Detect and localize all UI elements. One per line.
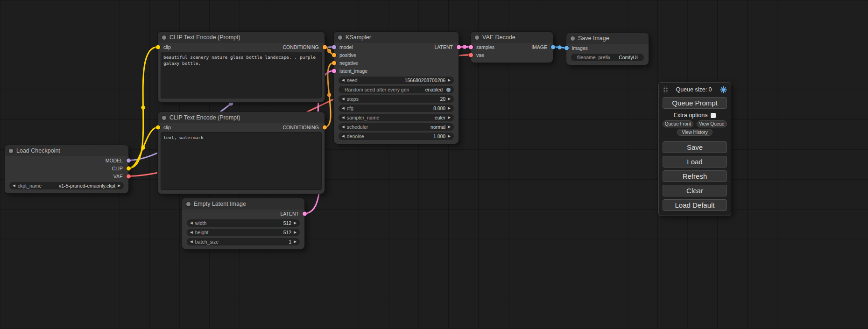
prompt-textarea[interactable]: text, watermark (161, 132, 322, 190)
node-title-bar[interactable]: Empty Latent Image (182, 198, 304, 210)
node-title-bar[interactable]: KSampler (334, 32, 459, 43)
batch-size-widget[interactable]: ◀ batch_size 1 ▶ (187, 238, 300, 245)
node-status-dot (162, 116, 166, 120)
latent-image-input-port[interactable] (332, 69, 336, 73)
samples-input-port[interactable] (469, 45, 473, 49)
node-status-dot (475, 35, 479, 40)
node-title: KSampler (346, 34, 371, 41)
output-row: MODEL (5, 156, 128, 164)
conditioning-output-port[interactable] (323, 45, 327, 49)
decrement-arrow-icon[interactable]: ◀ (342, 78, 345, 82)
denoise-widget[interactable]: ◀ denoise 1.000 ▶ (339, 133, 454, 140)
node-title-bar[interactable]: CLIP Text Encode (Prompt) (158, 32, 325, 43)
increment-arrow-icon[interactable]: ▶ (448, 125, 451, 129)
conditioning-output-label: CONDITIONING (282, 125, 319, 130)
node-title-bar[interactable]: Load Checkpoint (5, 145, 128, 156)
model-output-port[interactable] (127, 158, 131, 162)
node-load-checkpoint[interactable]: Load Checkpoint MODEL CLIP VAE ◀ ckpt_na… (5, 145, 128, 193)
conditioning-output-port[interactable] (323, 125, 327, 129)
latent-output-port[interactable] (303, 211, 307, 216)
queue-front-button[interactable]: Queue Front (663, 120, 693, 127)
vae-input-port[interactable] (469, 53, 473, 57)
decrement-arrow-icon[interactable]: ◀ (342, 134, 345, 138)
node-save-image[interactable]: Save Image images filename_prefix ComfyU… (566, 33, 649, 65)
toggle-indicator[interactable] (446, 88, 451, 92)
widget-label: cfg (347, 105, 353, 111)
node-clip-text-encode-positive[interactable]: CLIP Text Encode (Prompt) clip CONDITION… (158, 32, 325, 102)
widget-value: 1 (289, 239, 291, 245)
clip-input-port[interactable] (156, 125, 160, 129)
negative-input-port[interactable] (332, 61, 336, 65)
extra-options-checkbox[interactable] (711, 113, 716, 118)
height-widget[interactable]: ◀ height 512 ▶ (187, 229, 300, 236)
port-row: clip CONDITIONING (158, 123, 325, 131)
increment-arrow-icon[interactable]: ▶ (294, 231, 296, 234)
view-queue-button[interactable]: View Queue (697, 120, 727, 127)
latent-output-port[interactable] (457, 45, 461, 49)
image-output-port[interactable] (551, 45, 555, 49)
vae-input-label: vae (476, 52, 484, 58)
decrement-arrow-icon[interactable]: ◀ (342, 97, 345, 101)
decrement-arrow-icon[interactable]: ◀ (342, 125, 345, 129)
widget-value: 20 (440, 96, 446, 102)
seed-widget[interactable]: ◀ seed 156680208700286 ▶ (339, 77, 454, 84)
clear-button[interactable]: Clear (663, 185, 727, 196)
vae-output-port[interactable] (127, 174, 131, 178)
steps-widget[interactable]: ◀ steps 20 ▶ (339, 95, 454, 103)
images-input-port[interactable] (565, 46, 569, 50)
load-default-button[interactable]: Load Default (663, 199, 727, 211)
node-title-bar[interactable]: Save Image (566, 33, 649, 44)
increment-arrow-icon[interactable]: ▶ (448, 134, 451, 138)
node-vae-decode[interactable]: VAE Decode samples IMAGE vae (471, 32, 553, 63)
node-status-dot (9, 149, 13, 153)
link-midpoint-dot (327, 93, 331, 97)
link-midpoint-dot (141, 105, 145, 109)
vae-output-label: VAE (113, 174, 123, 179)
decrement-arrow-icon[interactable]: ◀ (190, 221, 193, 225)
clip-output-port[interactable] (127, 166, 131, 170)
save-button[interactable]: Save (663, 141, 727, 153)
increment-arrow-icon[interactable]: ▶ (294, 240, 296, 244)
widget-label: ckpt_name (18, 183, 42, 189)
node-status-dot (162, 35, 166, 40)
decrement-arrow-icon[interactable]: ◀ (342, 116, 345, 119)
node-clip-text-encode-negative[interactable]: CLIP Text Encode (Prompt) clip CONDITION… (158, 112, 325, 194)
queue-prompt-button[interactable]: Queue Prompt (663, 97, 727, 109)
cfg-widget[interactable]: ◀ cfg 8.000 ▶ (339, 105, 454, 112)
widget-value: enabled (425, 87, 443, 92)
view-history-button[interactable]: View History (677, 129, 713, 136)
ckpt-name-widget[interactable]: ◀ ckpt_name v1-5-pruned-emaonly.ckpt ▶ (9, 182, 124, 189)
settings-gear-icon[interactable] (720, 86, 727, 93)
load-button[interactable]: Load (663, 156, 727, 168)
decrement-arrow-icon[interactable]: ◀ (190, 231, 193, 234)
random-seed-toggle-widget[interactable]: Random seed after every gen enabled (339, 86, 454, 93)
increment-arrow-icon[interactable]: ▶ (294, 221, 296, 225)
increment-arrow-icon[interactable]: ▶ (448, 97, 451, 101)
decrement-arrow-icon[interactable]: ◀ (190, 240, 193, 244)
sampler-name-widget[interactable]: ◀ sampler_name euler ▶ (339, 114, 454, 121)
clip-input-port[interactable] (156, 45, 160, 49)
increment-arrow-icon[interactable]: ▶ (118, 184, 120, 188)
node-title-bar[interactable]: VAE Decode (471, 32, 553, 43)
filename-prefix-widget[interactable]: filename_prefix ComfyUI (571, 54, 644, 61)
prompt-textarea[interactable]: beautiful scenery nature glass bottle la… (161, 52, 322, 98)
increment-arrow-icon[interactable]: ▶ (448, 106, 451, 110)
node-empty-latent-image[interactable]: Empty Latent Image LATENT ◀ width 512 ▶ … (182, 198, 304, 249)
scheduler-widget[interactable]: ◀ scheduler normal ▶ (339, 123, 454, 131)
port-row: samples IMAGE (471, 43, 553, 51)
extra-options-row: Extra options (663, 112, 727, 119)
increment-arrow-icon[interactable]: ▶ (448, 116, 451, 119)
port-row: images (566, 44, 649, 52)
node-ksampler[interactable]: KSampler model LATENT positive negative … (334, 32, 459, 144)
increment-arrow-icon[interactable]: ▶ (448, 78, 451, 82)
refresh-button[interactable]: Refresh (663, 170, 727, 182)
decrement-arrow-icon[interactable]: ◀ (13, 184, 15, 188)
width-widget[interactable]: ◀ width 512 ▶ (187, 219, 300, 227)
decrement-arrow-icon[interactable]: ◀ (342, 106, 345, 110)
port-row: model LATENT (334, 43, 459, 51)
node-title-bar[interactable]: CLIP Text Encode (Prompt) (158, 112, 325, 123)
drag-handle-icon[interactable] (663, 86, 668, 93)
model-input-port[interactable] (332, 45, 336, 49)
positive-input-port[interactable] (332, 53, 336, 57)
node-title: VAE Decode (482, 34, 515, 41)
